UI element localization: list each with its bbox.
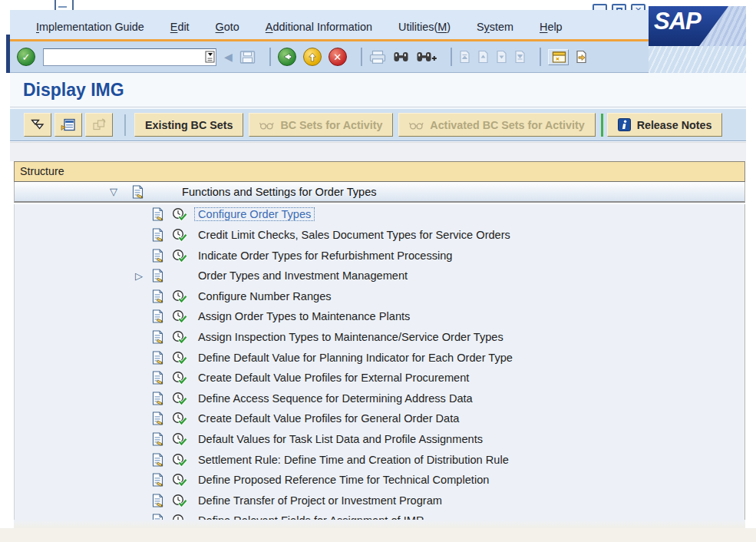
print-icon[interactable] <box>369 50 386 64</box>
window-left-border <box>6 35 10 73</box>
tree-node-label[interactable]: Create Default Value Profiles for Extern… <box>198 372 469 384</box>
toolbar-separator <box>540 48 541 66</box>
img-doc-icon[interactable] <box>131 185 145 199</box>
expand-triangle-icon[interactable]: ▷ <box>135 271 151 281</box>
img-doc-icon[interactable] <box>151 371 165 385</box>
toolbar-separator <box>451 48 452 66</box>
tree-row: Define Access Sequence for Determining A… <box>15 388 744 408</box>
bc-sets-for-activity-button[interactable]: BC Sets for Activity <box>249 113 393 137</box>
tree-node-label[interactable]: Configure Order Types <box>194 207 315 221</box>
expand-subtree-button[interactable] <box>24 113 51 137</box>
tree-node-label[interactable]: Configure Number Ranges <box>198 290 332 302</box>
execute-activity-icon[interactable] <box>172 309 189 323</box>
execute-activity-icon[interactable] <box>172 392 189 405</box>
brand-text: SAP <box>654 8 701 35</box>
save-icon[interactable] <box>239 50 256 64</box>
tree-node-label[interactable]: Define Access Sequence for Determining A… <box>198 392 473 405</box>
img-doc-icon[interactable] <box>151 411 165 425</box>
cancel-icon[interactable]: ✕ <box>328 48 347 66</box>
execute-activity-icon[interactable] <box>172 453 189 467</box>
tree-node-label[interactable]: Assign Order Types to Maintenance Plants <box>198 310 410 322</box>
command-history-icon[interactable] <box>205 51 215 63</box>
dropdown-triangle-icon[interactable]: ◀ <box>224 51 233 62</box>
img-doc-icon[interactable] <box>151 249 165 263</box>
command-input[interactable] <box>44 50 205 64</box>
execute-activity-icon[interactable] <box>172 289 189 303</box>
img-doc-icon[interactable] <box>151 228 165 242</box>
menu-item-edit[interactable]: Edit <box>170 21 190 33</box>
tree-node-label[interactable]: Default Values for Task List Data and Pr… <box>198 433 483 445</box>
tree-row: Credit Limit Checks, Sales Document Type… <box>15 225 744 246</box>
release-notes-button[interactable]: Release Notes <box>607 113 723 137</box>
img-tree: Configure Order Types Credit Limit Check… <box>14 204 745 520</box>
find-icon[interactable] <box>393 51 409 63</box>
execute-activity-icon[interactable] <box>172 432 189 446</box>
execute-activity-icon[interactable] <box>172 207 189 221</box>
toolbar-separator <box>269 48 271 66</box>
execute-activity-icon[interactable] <box>172 269 189 283</box>
img-doc-icon[interactable] <box>151 494 165 507</box>
menu-item-goto[interactable]: Goto <box>216 21 239 33</box>
img-doc-icon[interactable] <box>151 207 165 221</box>
tree-node-label[interactable]: Indicate Order Types for Refurbishment P… <box>198 250 453 262</box>
back-icon[interactable] <box>278 48 296 66</box>
page-down-icon[interactable] <box>496 50 507 64</box>
tree-row: Assign Inspection Types to Maintenance/S… <box>15 327 744 348</box>
img-doc-icon[interactable] <box>151 309 165 323</box>
title-band: Display IMG <box>10 73 746 107</box>
application-toolbar: Existing BC Sets BC Sets for Activity Ac… <box>10 108 746 141</box>
execute-activity-icon[interactable] <box>172 411 189 425</box>
tree-clip-fade <box>14 520 745 528</box>
img-doc-icon[interactable] <box>151 351 165 365</box>
last-page-icon[interactable] <box>514 50 526 64</box>
execute-activity-icon[interactable] <box>172 330 189 344</box>
first-page-icon[interactable] <box>459 50 470 64</box>
img-doc-icon[interactable] <box>151 289 165 303</box>
img-doc-icon[interactable] <box>151 514 165 520</box>
tree-row: ▷ Order Types and Investment Management <box>15 266 744 286</box>
img-doc-icon[interactable] <box>151 473 165 487</box>
tree-row: Configure Number Ranges <box>15 286 744 306</box>
tree-root-label[interactable]: Functions and Settings for Order Types <box>182 186 377 198</box>
execute-activity-icon[interactable] <box>172 473 189 487</box>
menu-item-additional-information[interactable]: Additional Information <box>266 21 372 33</box>
menu-item-system[interactable]: System <box>477 21 513 33</box>
tree-node-label[interactable]: Define Transfer of Project or Investment… <box>198 494 442 507</box>
tree-node-label[interactable]: Settlement Rule: Define Time and Creatio… <box>198 454 509 466</box>
execute-activity-icon[interactable] <box>172 249 189 263</box>
tree-node-label[interactable]: Create Default Value Profiles for Genera… <box>198 412 459 425</box>
find-next-icon[interactable] <box>416 51 437 63</box>
img-doc-icon[interactable] <box>151 392 165 405</box>
toolbar-separator <box>124 114 126 136</box>
execute-activity-icon[interactable] <box>172 228 189 242</box>
tree-row: Configure Order Types <box>15 204 744 225</box>
tree-row: Define Proposed Reference Time for Techn… <box>15 470 744 491</box>
existing-bc-sets-button[interactable]: Existing BC Sets <box>134 113 243 137</box>
tree-node-label[interactable]: Credit Limit Checks, Sales Document Type… <box>198 229 510 241</box>
menu-item-utilities-m[interactable]: Utilities(M) <box>398 21 451 33</box>
create-shortcut-icon[interactable] <box>576 50 587 64</box>
execute-activity-icon[interactable] <box>172 494 189 507</box>
tree-node-label[interactable]: Define Proposed Reference Time for Techn… <box>198 474 489 486</box>
enter-icon[interactable]: ✓ <box>17 48 35 66</box>
expand-triangle-icon[interactable]: ▽ <box>110 187 127 197</box>
menu-item-implementation-guide[interactable]: Implementation Guide <box>36 21 144 33</box>
img-doc-icon[interactable] <box>151 330 165 344</box>
tree-node-label[interactable]: Order Types and Investment Management <box>198 269 408 282</box>
new-session-icon[interactable] <box>548 49 569 65</box>
double-chevron-down-icon <box>30 118 45 131</box>
execute-activity-icon[interactable] <box>172 514 189 520</box>
img-doc-icon[interactable] <box>151 453 165 467</box>
activated-bc-sets-for-activity-button[interactable]: Activated BC Sets for Activity <box>398 113 595 137</box>
img-doc-icon[interactable] <box>151 432 165 446</box>
position-button[interactable] <box>54 113 82 137</box>
img-doc-icon[interactable] <box>151 269 165 283</box>
tree-node-label[interactable]: Assign Inspection Types to Maintenance/S… <box>198 331 503 343</box>
execute-activity-icon[interactable] <box>172 351 189 365</box>
menu-item-help[interactable]: Help <box>540 21 563 33</box>
tree-node-label[interactable]: Define Default Value for Planning Indica… <box>198 352 513 364</box>
page-up-icon[interactable] <box>477 50 489 64</box>
execute-activity-icon[interactable] <box>172 371 189 385</box>
exit-icon[interactable] <box>303 48 322 66</box>
copy-button[interactable] <box>85 113 113 137</box>
